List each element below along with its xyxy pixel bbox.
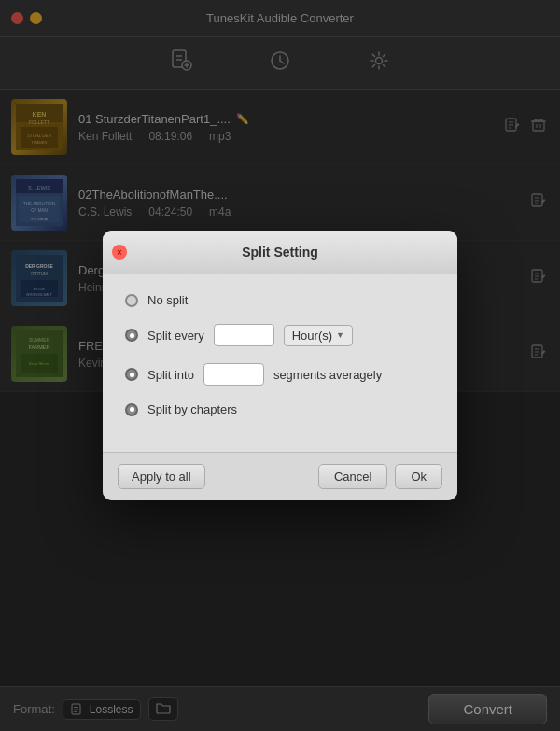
split-every-option[interactable]: Split every ▲ ▼ Hour(s) ▼ xyxy=(125,324,435,346)
dialog-body: No split Split every ▲ ▼ Hour(s) ▼ xyxy=(103,274,457,452)
split-every-input[interactable]: ▲ ▼ xyxy=(214,324,274,346)
ok-button[interactable]: Ok xyxy=(395,464,442,489)
split-into-label: Split into xyxy=(147,368,194,382)
dialog-title: Split Setting xyxy=(242,245,318,260)
split-every-value[interactable] xyxy=(215,326,274,345)
split-by-chapters-option[interactable]: Split by chapters xyxy=(125,402,435,416)
split-every-radio[interactable] xyxy=(125,329,138,342)
split-into-radio[interactable] xyxy=(125,368,138,381)
chevron-down-icon: ▼ xyxy=(336,330,344,340)
split-every-unit-dropdown[interactable]: Hour(s) ▼ xyxy=(284,325,353,346)
dialog-footer: Apply to all Cancel Ok xyxy=(103,452,457,500)
modal-overlay: × Split Setting No split Split every ▲ ▼ xyxy=(0,0,560,731)
split-every-label: Split every xyxy=(147,329,204,343)
unit-value: Hour(s) xyxy=(292,329,332,343)
no-split-label: No split xyxy=(147,293,188,307)
segments-label: segments averagely xyxy=(273,368,382,382)
split-into-value[interactable] xyxy=(204,365,264,385)
split-into-input[interactable]: ▲ ▼ xyxy=(203,363,264,386)
split-by-chapters-radio[interactable] xyxy=(125,403,138,416)
dialog-header: × Split Setting xyxy=(103,231,457,274)
cancel-button[interactable]: Cancel xyxy=(318,464,387,489)
split-into-option[interactable]: Split into ▲ ▼ segments averagely xyxy=(125,363,435,386)
dialog-close-button[interactable]: × xyxy=(112,245,127,260)
apply-to-all-button[interactable]: Apply to all xyxy=(118,464,205,489)
split-by-chapters-label: Split by chapters xyxy=(147,402,237,416)
no-split-option[interactable]: No split xyxy=(125,293,435,307)
split-setting-dialog: × Split Setting No split Split every ▲ ▼ xyxy=(103,231,457,500)
no-split-radio[interactable] xyxy=(125,294,138,307)
